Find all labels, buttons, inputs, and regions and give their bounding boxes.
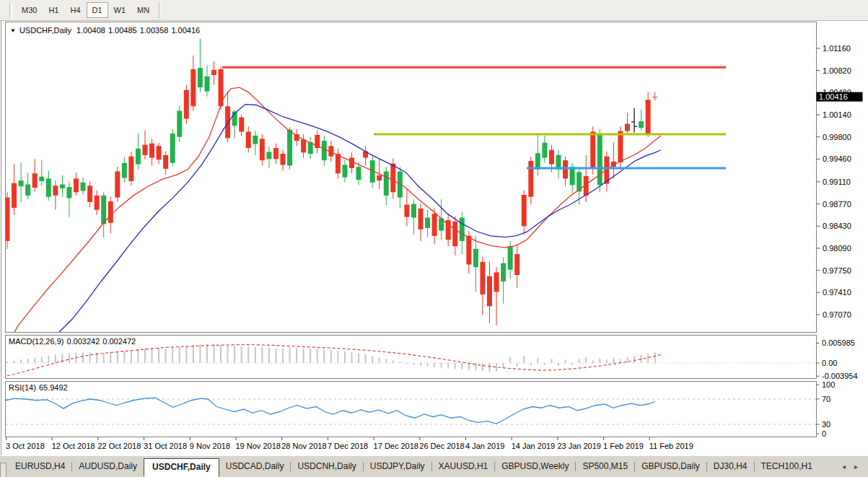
toolbar-separator	[159, 2, 162, 18]
timeframe-button-mn[interactable]: MN	[131, 2, 155, 18]
timeframe-button-d1[interactable]: D1	[87, 2, 108, 18]
tab-sp500-m15[interactable]: SP500,M15	[576, 458, 634, 475]
svg-text:3 Oct 2018: 3 Oct 2018	[6, 442, 45, 450]
tab-audusd-daily[interactable]: AUDUSD,Daily	[72, 458, 144, 475]
svg-text:26 Dec 2018: 26 Dec 2018	[419, 442, 464, 450]
chart-symbol-header[interactable]: ▼USDCHF,Daily 1.004081.004851.003581.004…	[10, 26, 203, 35]
svg-text:0.97750: 0.97750	[823, 266, 851, 275]
toolbar-separator	[9, 2, 12, 18]
svg-text:11 Feb 2019: 11 Feb 2019	[649, 442, 693, 450]
timeframe-button-h4[interactable]: H4	[64, 2, 86, 18]
svg-text:1 Feb 2019: 1 Feb 2019	[603, 442, 644, 450]
svg-text:0.99110: 0.99110	[823, 178, 851, 186]
macd-signal-value: 0.002472	[102, 337, 136, 346]
chart-canvas[interactable]: 1.011601.008201.004801.001400.998000.994…	[0, 0, 868, 477]
partial-tab[interactable]	[0, 463, 6, 477]
svg-text:23 Jan 2019: 23 Jan 2019	[557, 442, 601, 450]
rsi-value: 65.9492	[39, 383, 68, 392]
tab-dj30-h4[interactable]: DJ30,H4	[707, 458, 754, 475]
svg-text:0.00: 0.00	[822, 359, 837, 367]
timeframe-button-m30[interactable]: M30	[16, 2, 43, 18]
svg-text:0.99800: 0.99800	[823, 133, 851, 141]
svg-text:4 Jan 2019: 4 Jan 2019	[465, 442, 504, 450]
timeframe-toolbar: M30 H1 H4 D1 W1 MN	[0, 0, 868, 21]
ohlc-open: 1.00408	[76, 26, 105, 35]
svg-text:1.00820: 1.00820	[823, 66, 851, 75]
symbol-label: USDCHF,Daily	[19, 26, 71, 35]
svg-text:-0.003954: -0.003954	[822, 372, 858, 380]
tab-scroll-left-icon[interactable]: ◂	[842, 463, 846, 471]
svg-text:0.98770: 0.98770	[823, 200, 851, 209]
macd-main-value: 0.003242	[66, 337, 100, 346]
tab-usdcad-daily[interactable]: USDCAD,Daily	[219, 458, 291, 475]
ohlc-low: 1.00358	[140, 26, 169, 35]
svg-text:0.97410: 0.97410	[823, 288, 851, 297]
ohlc-close: 1.00416	[171, 26, 200, 35]
svg-text:19 Nov 2018: 19 Nov 2018	[236, 442, 281, 450]
svg-text:1.01160: 1.01160	[823, 44, 851, 53]
svg-text:22 Oct 2018: 22 Oct 2018	[97, 442, 141, 450]
chevron-down-icon: ▼	[10, 27, 16, 34]
svg-text:9 Nov 2018: 9 Nov 2018	[190, 442, 230, 450]
svg-text:0.005985: 0.005985	[822, 338, 855, 347]
svg-text:0.98430: 0.98430	[823, 222, 851, 230]
svg-text:28 Nov 2018: 28 Nov 2018	[281, 442, 326, 450]
tab-usdchf-daily[interactable]: USDCHF,Daily	[144, 458, 219, 477]
svg-text:31 Oct 2018: 31 Oct 2018	[144, 442, 187, 450]
svg-text:30: 30	[822, 420, 830, 429]
svg-text:12 Oct 2018: 12 Oct 2018	[52, 442, 95, 450]
svg-text:0.99460: 0.99460	[823, 154, 851, 163]
rsi-name: RSI(14)	[9, 383, 36, 392]
svg-text:100: 100	[822, 380, 835, 389]
mt4-trading-window: { "toolbar": { "buttons": ["M30", "H1", …	[0, 0, 868, 477]
tab-tech100-h1[interactable]: TECH100,H1	[755, 458, 819, 475]
svg-text:17 Dec 2018: 17 Dec 2018	[374, 442, 418, 450]
svg-text:0: 0	[822, 429, 826, 438]
tab-scroll-right-icon[interactable]: ▸	[854, 463, 858, 471]
tab-gbpusd-daily[interactable]: GBPUSD,Daily	[635, 458, 706, 475]
timeframe-button-w1[interactable]: W1	[108, 2, 132, 18]
chart-tab-bar: EURUSD,H4 AUDUSD,Daily USDCHF,Daily USDC…	[0, 455, 868, 477]
svg-text:14 Jan 2019: 14 Jan 2019	[512, 442, 556, 450]
svg-text:0.98090: 0.98090	[823, 244, 851, 253]
svg-text:1.00416: 1.00416	[819, 92, 848, 101]
svg-text:0.97070: 0.97070	[823, 310, 851, 319]
svg-text:1.00140: 1.00140	[823, 110, 851, 119]
tab-usdjpy-daily[interactable]: USDJPY,Daily	[364, 458, 431, 475]
svg-text:70: 70	[822, 395, 830, 403]
svg-text:7 Dec 2018: 7 Dec 2018	[328, 442, 368, 450]
tab-gbpusd-weekly[interactable]: GBPUSD,Weekly	[495, 458, 575, 475]
tab-eurusd-h4[interactable]: EURUSD,H4	[9, 458, 71, 475]
macd-name: MACD(12,26,9)	[9, 337, 63, 346]
ohlc-high: 1.00485	[108, 26, 137, 35]
tab-usdcnh-daily[interactable]: USDCNH,Daily	[291, 458, 362, 475]
tab-scroll-arrows: ◂ ▸	[832, 463, 868, 471]
tab-xauusd-h1[interactable]: XAUUSD,H1	[432, 458, 495, 475]
rsi-indicator-label: RSI(14)65.9492	[9, 383, 71, 392]
macd-indicator-label: MACD(12,26,9)0.0032420.002472	[9, 337, 139, 346]
timeframe-button-h1[interactable]: H1	[43, 2, 64, 18]
